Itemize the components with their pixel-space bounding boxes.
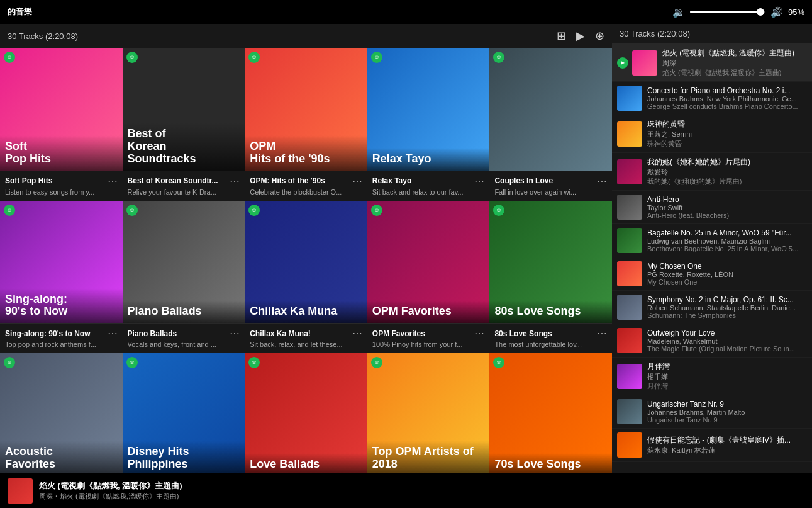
svg-point-5 bbox=[7, 207, 12, 212]
playlist-thumb: 80s Love Songs bbox=[489, 201, 612, 324]
card-text-overlay: Chillax Ka Muna bbox=[245, 300, 367, 323]
playlist-card-couples-in-love[interactable]: Couples In Love ⋯ Fall in love over agai… bbox=[489, 48, 612, 201]
playlist-card-relax-tayo[interactable]: Relax Tayo Relax Tayo ⋯ Sit back and rel… bbox=[367, 48, 490, 201]
track-item[interactable]: 我的她(《她和她的她》片尾曲) 戴愛玲 我的她(《她和她的她》片尾曲) bbox=[612, 153, 812, 191]
card-title: Chillax Ka Muna! bbox=[250, 329, 350, 338]
track-name: Outweigh Your Love bbox=[647, 329, 807, 337]
play-indicator: ▶ bbox=[617, 57, 628, 69]
card-more-button[interactable]: ⋯ bbox=[352, 327, 362, 339]
playlist-card-80s-love[interactable]: 80s Love Songs 80s Love Songs ⋯ The most… bbox=[489, 201, 612, 354]
card-title: OPM: Hits of the '90s bbox=[250, 176, 350, 185]
card-more-button[interactable]: ⋯ bbox=[352, 175, 362, 187]
svg-point-9 bbox=[496, 207, 501, 212]
card-more-button[interactable]: ⋯ bbox=[108, 327, 118, 339]
svg-point-1 bbox=[129, 55, 134, 60]
track-name: 假使有日能忘記 - (劇集《壹號皇庭IV》插... bbox=[647, 435, 807, 446]
track-artist: PG Roxette, Roxette, LÉON bbox=[647, 271, 807, 278]
card-info: Relax Tayo ⋯ Sit back and relax to our f… bbox=[367, 171, 490, 201]
card-subtitle: Listen to easy songs from y... bbox=[5, 188, 118, 196]
play-icon[interactable]: ▶ bbox=[576, 29, 585, 43]
playlist-thumb: Best ofKoreanSoundtracks bbox=[123, 48, 245, 171]
card-more-button[interactable]: ⋯ bbox=[474, 175, 484, 187]
card-text-overlay: Sing-along:90's to Now bbox=[0, 288, 123, 324]
track-name: Concerto for Piano and Orchestra No. 2 i… bbox=[647, 86, 807, 95]
playlist-card-disney[interactable]: Disney Hits Philippines Disney Hits Phil… bbox=[123, 353, 245, 473]
playlist-thumb: Love Ballads bbox=[245, 353, 367, 473]
card-more-button[interactable]: ⋯ bbox=[230, 175, 240, 187]
add-icon[interactable]: ⊕ bbox=[595, 29, 604, 43]
track-item[interactable]: Concerto for Piano and Orchestra No. 2 i… bbox=[612, 82, 812, 115]
volume-up-icon[interactable]: 🔊 bbox=[770, 6, 783, 18]
playlist-card-chillax[interactable]: Chillax Ka Muna Chillax Ka Muna! ⋯ Sit b… bbox=[245, 201, 367, 354]
playlist-card-opm-favorites[interactable]: OPM Favorites OPM Favorites ⋯ 100% Pinoy… bbox=[367, 201, 490, 354]
playlist-card-piano-ballads[interactable]: Piano Ballads Piano Ballads ⋯ Vocals and… bbox=[123, 201, 245, 354]
playlist-card-acoustic[interactable]: AcousticFavorites Acoustic Favorites ⋯ L… bbox=[0, 353, 123, 473]
track-thumbnail bbox=[617, 328, 642, 353]
svg-point-11 bbox=[129, 360, 134, 365]
now-playing-info: 焰火 (電視劇《點燃我, 溫暖你》主題曲) 周深・焰火 (電視劇《點燃我,溫暖你… bbox=[39, 480, 804, 501]
track-item[interactable]: My Chosen One PG Roxette, Roxette, LÉON … bbox=[612, 257, 812, 291]
track-item[interactable]: 珠神的黃昏 王茜之, Serrini 珠神的黃昏 bbox=[612, 115, 812, 153]
now-playing-thumbnail bbox=[8, 478, 33, 504]
toolbar-row: 30 Tracks (2:20:08) ⊞ ▶ ⊕ bbox=[0, 24, 612, 48]
track-thumbnail bbox=[617, 159, 642, 184]
card-text-overlay: AcousticFavorites bbox=[0, 441, 123, 473]
volume-slider[interactable] bbox=[690, 11, 765, 13]
volume-percent: 95% bbox=[788, 8, 804, 17]
track-item[interactable]: Outweigh Your Love Madeleine, Wankelmut … bbox=[612, 324, 812, 358]
track-item[interactable]: Symphony No. 2 in C Major, Op. 61: II. S… bbox=[612, 291, 812, 324]
track-item[interactable]: Bagatelle No. 25 in A Minor, WoO 59 "Für… bbox=[612, 224, 812, 257]
playlist-thumb: OPMHits of the '90s bbox=[245, 48, 367, 171]
playlist-card-top-opm-2018[interactable]: Top OPM Artists of 2018 Top OPM Artists … bbox=[367, 353, 490, 473]
sidebar-header: 30 Tracks (2:20:08) bbox=[612, 24, 812, 44]
card-text-overlay: OPM Favorites bbox=[367, 300, 490, 323]
spotify-badge bbox=[4, 357, 15, 368]
track-thumbnail bbox=[617, 432, 642, 458]
playlist-card-70s-love[interactable]: 70s Love Songs 70s Love Songs ⋯ The most… bbox=[489, 353, 612, 473]
track-item[interactable]: Anti-Hero Taylor Swift Anti-Hero (feat. … bbox=[612, 191, 812, 224]
track-sidebar: 30 Tracks (2:20:08) ▶ 焰火 (電視劇《點燃我, 溫暖你》主… bbox=[612, 24, 812, 473]
card-info: 80s Love Songs ⋯ The most unforgettable … bbox=[489, 323, 612, 353]
track-artist: Johannes Brahms, New York Philharmonic, … bbox=[647, 95, 807, 103]
card-more-button[interactable]: ⋯ bbox=[597, 175, 607, 187]
svg-point-13 bbox=[374, 360, 379, 365]
track-thumbnail bbox=[632, 50, 657, 76]
card-subtitle: Vocals and keys, front and ... bbox=[128, 341, 240, 348]
track-info: My Chosen One PG Roxette, Roxette, LÉON … bbox=[647, 262, 807, 286]
card-text-overlay: Top OPM Artists of 2018 bbox=[367, 441, 490, 473]
track-item[interactable]: ▶ 焰火 (電視劇《點燃我, 溫暖你》主題曲) 周深 焰火 (電視劇《點燃我,溫… bbox=[612, 44, 812, 82]
track-name: 珠神的黃昏 bbox=[647, 119, 807, 130]
card-subtitle: Relive your favourite K-Dra... bbox=[128, 188, 240, 196]
spotify-badge bbox=[248, 357, 260, 368]
track-album: 我的她(《她和她的她》片尾曲) bbox=[647, 177, 807, 186]
card-title: Best of Korean Soundtr... bbox=[128, 176, 228, 185]
card-more-button[interactable]: ⋯ bbox=[108, 175, 118, 187]
playlist-card-singalong[interactable]: Sing-along:90's to Now Sing-along: 90's … bbox=[0, 201, 123, 354]
track-name: 我的她(《她和她的她》片尾曲) bbox=[647, 157, 807, 167]
track-info: Anti-Hero Taylor Swift Anti-Hero (feat. … bbox=[647, 195, 807, 219]
playlist-card-soft-pop[interactable]: SoftPop Hits Soft Pop Hits ⋯ Listen to e… bbox=[0, 48, 123, 201]
track-artist: Taylor Swift bbox=[647, 204, 807, 212]
track-list: ▶ 焰火 (電視劇《點燃我, 溫暖你》主題曲) 周深 焰火 (電視劇《點燃我,溫… bbox=[612, 44, 812, 473]
card-info: Chillax Ka Muna! ⋯ Sit back, relax, and … bbox=[245, 323, 367, 353]
volume-down-icon[interactable]: 🔉 bbox=[672, 6, 685, 18]
spotify-badge bbox=[4, 205, 15, 216]
card-more-button[interactable]: ⋯ bbox=[474, 327, 484, 339]
spotify-badge bbox=[493, 52, 504, 63]
grid-icon[interactable]: ⊞ bbox=[557, 29, 566, 43]
track-thumbnail bbox=[617, 364, 642, 389]
card-more-button[interactable]: ⋯ bbox=[230, 327, 240, 339]
playlist-thumb: Disney Hits Philippines bbox=[123, 353, 245, 473]
track-item[interactable]: Ungarischer Tanz Nr. 9 Johannes Brahms, … bbox=[612, 395, 812, 429]
playlist-card-korean-st[interactable]: Best ofKoreanSoundtracks Best of Korean … bbox=[123, 48, 245, 201]
track-item[interactable]: 月伴灣 楊千嬅 月伴灣 bbox=[612, 358, 812, 395]
playlist-thumb: AcousticFavorites bbox=[0, 353, 123, 473]
playlist-card-love-ballads[interactable]: Love Ballads Love Ballads ⋯ Some of the … bbox=[245, 353, 367, 473]
card-more-button[interactable]: ⋯ bbox=[597, 327, 607, 339]
playlist-card-opm-90s[interactable]: OPMHits of the '90s OPM: Hits of the '90… bbox=[245, 48, 367, 201]
card-title: Piano Ballads bbox=[128, 329, 228, 338]
track-info: Outweigh Your Love Madeleine, Wankelmut … bbox=[647, 329, 807, 353]
track-item[interactable]: 假使有日能忘記 - (劇集《壹號皇庭IV》插... 蘇永康, Kaitlyn 林… bbox=[612, 429, 812, 462]
card-subtitle: Celebrate the blockbuster O... bbox=[250, 188, 362, 196]
card-text-overlay: 80s Love Songs bbox=[489, 300, 612, 323]
